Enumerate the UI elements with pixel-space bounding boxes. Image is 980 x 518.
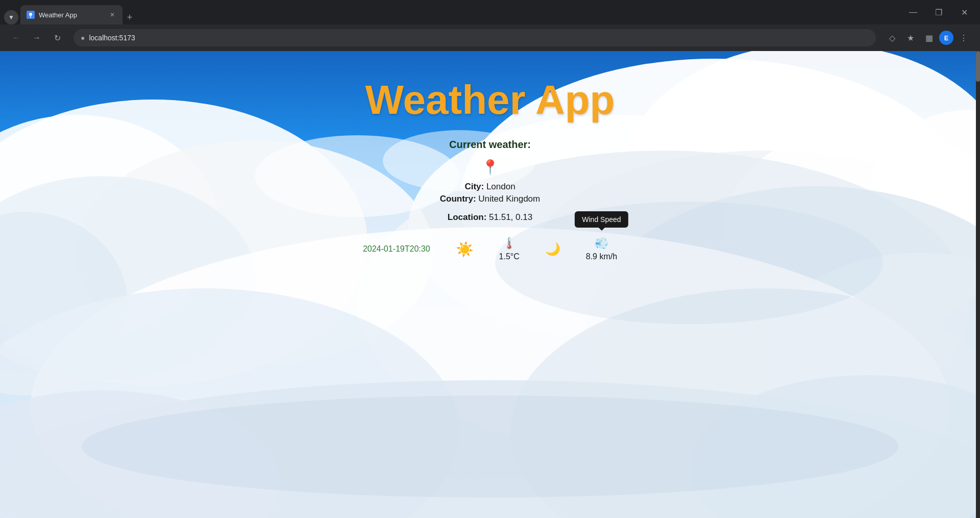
tab-bar: ▼ Weather App ✕ +	[4, 0, 899, 24]
address-bar: ← → ↻ ● localhost:5173 ◇ ★ ▦ E ⋮	[0, 24, 980, 51]
wind-speed-value: 8.9 km/h	[586, 252, 617, 261]
moon-icon: 🌙	[545, 242, 560, 256]
menu-button[interactable]: ⋮	[955, 30, 972, 46]
thermometer-icon: 🌡️	[502, 237, 516, 250]
url-text: localhost:5173	[89, 34, 869, 42]
location-coords: Location: 51.51, 0.13	[448, 212, 532, 223]
window-controls: — ❐ ✕	[901, 4, 976, 20]
location-pin-icon: 📍	[481, 159, 499, 176]
tab-close-button[interactable]: ✕	[108, 11, 116, 19]
url-bar[interactable]: ● localhost:5173	[74, 29, 876, 46]
temperature-container: 🌡️ 1.5°C	[499, 237, 520, 261]
sidebar-button[interactable]: ▦	[921, 30, 937, 46]
location-icon-button[interactable]: ◇	[884, 30, 900, 46]
page-content: Weather App Current weather: 📍 City: Lon…	[0, 51, 980, 518]
city-label: City:	[464, 182, 486, 191]
city-country-block: City: London Country: United Kingdom	[440, 182, 541, 204]
minimize-button[interactable]: —	[901, 4, 925, 20]
country-value: United Kingdom	[478, 194, 540, 204]
restore-button[interactable]: ❐	[927, 4, 950, 20]
location-value: 51.51, 0.13	[489, 212, 532, 222]
weather-app-content: Weather App Current weather: 📍 City: Lon…	[0, 51, 980, 518]
weather-row: 2024-01-19T20:30 ☀️ 🌡️ 1.5°C 🌙 Wind Spee…	[363, 237, 617, 261]
scrollbar-thumb[interactable]	[976, 51, 980, 82]
sun-icon: ☀️	[456, 241, 474, 258]
tab-favicon	[27, 11, 35, 19]
app-title: Weather App	[365, 77, 615, 124]
refresh-button[interactable]: ↻	[49, 30, 65, 46]
profile-button[interactable]: E	[939, 31, 953, 45]
wind-tooltip: Wind Speed	[575, 211, 628, 228]
datetime-value: 2024-01-19T20:30	[363, 244, 430, 254]
lock-icon: ●	[81, 34, 85, 42]
temperature-value: 1.5°C	[499, 252, 520, 261]
active-tab[interactable]: Weather App ✕	[20, 5, 122, 24]
location-label: Location:	[448, 212, 489, 222]
country-label: Country:	[440, 194, 479, 204]
country-line: Country: United Kingdom	[440, 194, 541, 204]
close-button[interactable]: ✕	[952, 4, 976, 20]
tab-prev-button[interactable]: ▼	[4, 10, 18, 24]
tab-title: Weather App	[39, 11, 104, 19]
wind-icon: 💨	[595, 237, 608, 250]
current-weather-label: Current weather:	[449, 139, 531, 151]
city-value: London	[486, 182, 516, 191]
forward-button[interactable]: →	[29, 30, 45, 46]
new-tab-button[interactable]: +	[122, 10, 137, 24]
scrollbar[interactable]	[976, 51, 980, 518]
address-actions: ◇ ★ ▦ E ⋮	[884, 30, 972, 46]
bookmark-button[interactable]: ★	[902, 30, 919, 46]
back-button[interactable]: ←	[8, 30, 24, 46]
browser-window: ▼ Weather App ✕ + — ❐ ✕ ← → ↻ ●	[0, 0, 980, 518]
wind-container: Wind Speed 💨 8.9 km/h	[586, 237, 617, 261]
title-bar: ▼ Weather App ✕ + — ❐ ✕	[0, 0, 980, 24]
city-line: City: London	[464, 182, 515, 192]
svg-point-0	[29, 13, 32, 16]
